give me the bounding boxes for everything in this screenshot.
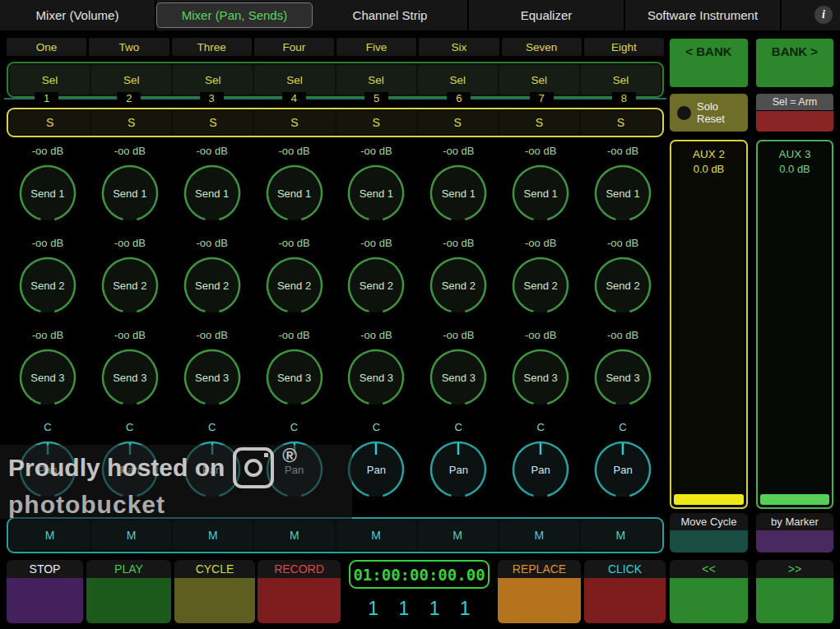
replace-button[interactable]: REPLACE (498, 560, 581, 623)
send1-knob-ch4[interactable]: Send 1 (264, 163, 325, 224)
solo-reset-label-line2: Reset (697, 113, 725, 125)
aux2-name: AUX 2 (671, 148, 746, 160)
send3-knob-ch5[interactable]: Send 3 (346, 347, 406, 408)
click-button-body (584, 578, 666, 623)
send2-value-ch2: -oo dB (114, 237, 146, 250)
solo-button-ch5[interactable]: S (336, 111, 416, 134)
solo-button-ch3[interactable]: S (173, 111, 253, 134)
send3-value-ch8: -oo dB (607, 329, 638, 342)
solo-button-ch4[interactable]: S (254, 111, 334, 134)
send1-value-ch2: -oo dB (114, 145, 146, 158)
pan-value-ch4: C (290, 421, 298, 434)
knob-label: Pan (346, 439, 406, 500)
send1-knob-ch8[interactable]: Send 1 (592, 163, 653, 224)
knob-label: Send 3 (100, 347, 160, 408)
pan-value-ch3: C (208, 421, 216, 434)
position-display: 1 1 1 1 (349, 594, 490, 623)
solo-button-ch2[interactable]: S (91, 111, 171, 134)
send3-knob-ch4[interactable]: Send 3 (264, 347, 325, 408)
mute-button-ch6[interactable]: M (418, 520, 498, 550)
solo-reset-led (677, 106, 691, 120)
cycle-button[interactable]: CYCLE (174, 560, 255, 623)
knob-label: Pan (428, 439, 489, 500)
mute-button-ch8[interactable]: M (581, 520, 661, 550)
knob-label: Send 1 (264, 163, 325, 224)
send2-value-ch7: -oo dB (525, 237, 556, 250)
send2-knob-ch4[interactable]: Send 2 (264, 255, 325, 316)
stop-button-body (7, 578, 83, 623)
record-button[interactable]: RECORD (258, 560, 341, 623)
solo-button-ch7[interactable]: S (499, 111, 579, 134)
mute-button-ch4[interactable]: M (254, 520, 334, 550)
tab-equalizer[interactable]: Equalizer (469, 0, 625, 30)
send3-value-ch5: -oo dB (360, 329, 392, 342)
watermark-text-line1: Proudly hosted on (8, 454, 225, 482)
send3-knob-ch7[interactable]: Send 3 (510, 347, 571, 408)
channel-name-2: Two (89, 38, 169, 56)
solo-button-ch8[interactable]: S (581, 111, 661, 134)
mute-buttons-group: MMMMMMMM (7, 517, 664, 553)
channel-number-2: 2 (89, 90, 169, 106)
pan-knob-ch7[interactable]: Pan (510, 439, 571, 500)
bank-previous-button[interactable]: < BANK (670, 39, 748, 87)
pan-knob-ch8[interactable]: Pan (592, 439, 653, 500)
play-label: PLAY (86, 560, 171, 578)
send3-knob-ch6[interactable]: Send 3 (428, 347, 489, 408)
click-button[interactable]: CLICK (584, 560, 666, 623)
by-marker-button[interactable]: by Marker (756, 513, 833, 553)
send1-knob-ch3[interactable]: Send 1 (182, 163, 243, 224)
send2-knob-ch7[interactable]: Send 2 (510, 255, 571, 316)
send1-knob-ch1[interactable]: Send 1 (17, 163, 78, 224)
stop-button[interactable]: STOP (7, 560, 83, 623)
info-icon[interactable]: i (814, 6, 833, 24)
bank-next-button[interactable]: BANK > (756, 39, 833, 87)
send2-knob-ch2[interactable]: Send 2 (100, 255, 160, 316)
mute-button-ch3[interactable]: M (173, 520, 253, 550)
pan-knob-ch5[interactable]: Pan (346, 439, 406, 500)
send2-knob-ch6[interactable]: Send 2 (428, 255, 489, 316)
send2-knob-ch3[interactable]: Send 2 (182, 255, 243, 316)
aux3-fader[interactable]: AUX 3 0.0 dB (756, 140, 833, 509)
mute-button-ch7[interactable]: M (499, 520, 579, 550)
play-button[interactable]: PLAY (86, 560, 171, 623)
mute-button-ch2[interactable]: M (91, 520, 171, 550)
send1-knob-ch2[interactable]: Send 1 (100, 163, 160, 224)
mute-button-ch5[interactable]: M (336, 520, 416, 550)
send3-knob-ch1[interactable]: Send 3 (17, 347, 78, 408)
send2-knob-ch8[interactable]: Send 2 (592, 255, 653, 316)
tab-software-instrument[interactable]: Software Instrument (625, 0, 782, 30)
send3-knob-ch2[interactable]: Send 3 (100, 347, 160, 408)
tab-channel-strip[interactable]: Channel Strip (313, 0, 469, 30)
aux2-fader[interactable]: AUX 2 0.0 dB (670, 140, 748, 509)
send1-value-ch6: -oo dB (443, 145, 474, 158)
tab-mixer-volume[interactable]: Mixer (Volume) (0, 0, 156, 30)
rewind-button[interactable]: << (670, 560, 748, 623)
knob-label: Send 1 (17, 163, 78, 224)
mute-button-ch1[interactable]: M (10, 520, 90, 550)
forward-button[interactable]: >> (756, 560, 833, 623)
aux3-fader-cap[interactable] (760, 494, 829, 505)
solo-button-ch6[interactable]: S (418, 111, 498, 134)
solo-button-ch1[interactable]: S (10, 111, 90, 134)
send2-value-ch5: -oo dB (360, 237, 392, 250)
send1-knob-ch5[interactable]: Send 1 (346, 163, 406, 224)
aux2-fader-cap[interactable] (674, 494, 744, 505)
tab-mixer-pan-sends[interactable]: Mixer (Pan, Sends) (156, 2, 313, 28)
channel-number-7: 7 (502, 90, 582, 106)
send2-knob-ch1[interactable]: Send 2 (17, 255, 78, 316)
sel-arm-button[interactable]: Sel = Arm (756, 94, 833, 132)
knob-label: Send 1 (510, 163, 571, 224)
stop-label: STOP (7, 560, 83, 578)
send1-knob-ch7[interactable]: Send 1 (510, 163, 571, 224)
pan-knob-ch6[interactable]: Pan (428, 439, 489, 500)
solo-reset-button[interactable]: Solo Reset (670, 94, 748, 132)
aux3-value: 0.0 dB (758, 163, 832, 175)
send1-knob-ch6[interactable]: Send 1 (428, 163, 489, 224)
send2-knob-ch5[interactable]: Send 2 (346, 255, 406, 316)
move-cycle-button[interactable]: Move Cycle (670, 513, 748, 553)
send3-knob-ch3[interactable]: Send 3 (182, 347, 243, 408)
channel-numbers-row: 12345678 (7, 90, 664, 106)
send3-knob-ch8[interactable]: Send 3 (592, 347, 653, 408)
knob-label: Send 3 (264, 347, 325, 408)
click-label: CLICK (584, 560, 666, 578)
